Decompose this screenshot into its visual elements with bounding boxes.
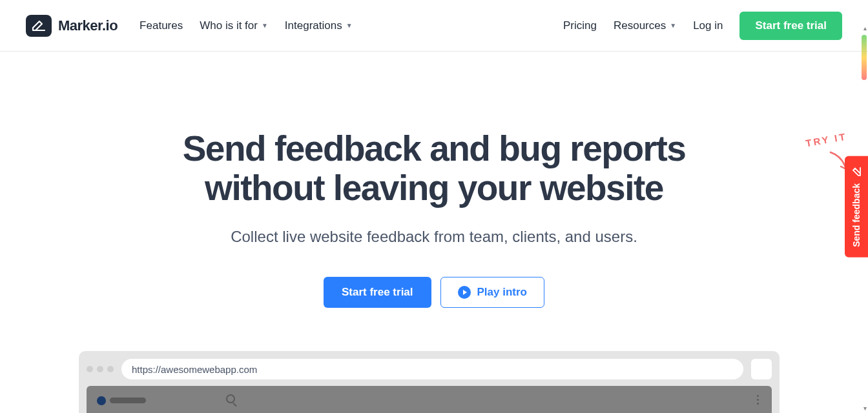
browser-button (751, 359, 772, 379)
app-avatar-icon (97, 396, 106, 405)
window-controls (87, 366, 114, 372)
nav-who-is-it-for[interactable]: Who is it for▼ (200, 19, 268, 32)
header-cta-button[interactable]: Start free trial (739, 12, 842, 40)
nav-integrations[interactable]: Integrations▼ (285, 19, 353, 32)
site-header: Marker.io Features Who is it for▼ Integr… (0, 0, 868, 52)
scroll-down-icon[interactable]: ▾ (863, 405, 867, 412)
pencil-icon (851, 166, 862, 177)
hero-section: Send feedback and bug reports without le… (0, 52, 868, 308)
chevron-down-icon: ▼ (670, 22, 676, 29)
browser-viewport (87, 386, 772, 413)
window-dot (87, 366, 93, 372)
nav-resources[interactable]: Resources▼ (614, 19, 676, 32)
logo-text: Marker.io (58, 17, 118, 34)
hero-subtitle: Collect live website feedback from team,… (0, 228, 868, 246)
search-icon (226, 394, 235, 403)
nav-features[interactable]: Features (140, 19, 183, 32)
hero-play-intro-button[interactable]: Play intro (440, 277, 544, 308)
hero-cta-group: Start free trial Play intro (0, 277, 868, 308)
app-title-placeholder (110, 398, 146, 403)
chevron-down-icon: ▼ (262, 22, 268, 29)
scroll-indicator (862, 35, 867, 80)
address-bar[interactable]: https://awesomewebapp.com (121, 359, 743, 379)
logo[interactable]: Marker.io (26, 15, 118, 37)
main-nav: Features Who is it for▼ Integrations▼ (140, 19, 353, 32)
nav-login[interactable]: Log in (693, 19, 723, 32)
window-dot (97, 366, 103, 372)
browser-mockup: https://awesomewebapp.com (79, 351, 780, 413)
try-it-callout: TRY IT (805, 134, 847, 145)
logo-icon (26, 15, 52, 37)
send-feedback-widget[interactable]: Send feedback (845, 156, 868, 257)
header-left: Marker.io Features Who is it for▼ Integr… (26, 15, 353, 37)
play-icon (458, 286, 471, 299)
chevron-down-icon: ▼ (346, 22, 353, 29)
scroll-up-icon[interactable]: ▴ (863, 25, 867, 32)
hero-start-trial-button[interactable]: Start free trial (324, 277, 431, 308)
header-right: Pricing Resources▼ Log in Start free tri… (563, 12, 842, 40)
hero-title: Send feedback and bug reports without le… (0, 129, 868, 207)
nav-pricing[interactable]: Pricing (563, 19, 597, 32)
kebab-menu-icon (757, 395, 759, 405)
browser-toolbar: https://awesomewebapp.com (87, 359, 772, 379)
window-dot (107, 366, 114, 372)
